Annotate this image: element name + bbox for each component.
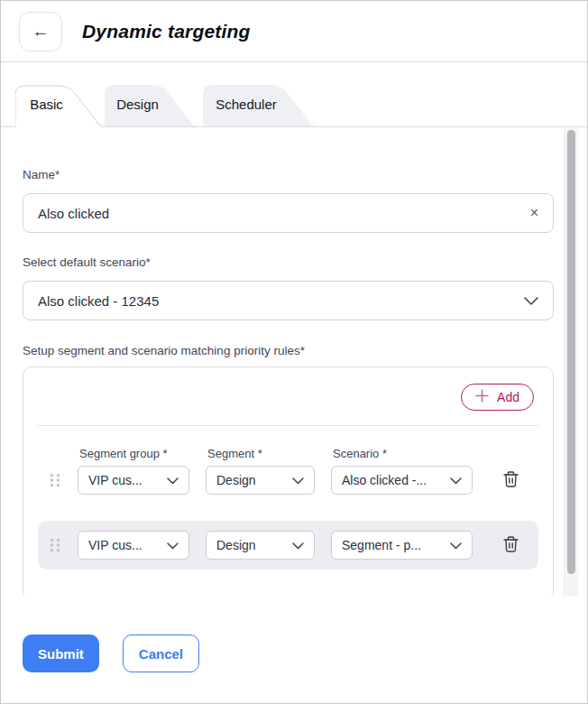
arrow-left-icon: ← bbox=[32, 22, 50, 42]
scenario-value: Segment - p... bbox=[342, 538, 421, 552]
footer-actions: Submit Cancel bbox=[1, 596, 587, 672]
segment-group-select[interactable]: VIP cus... bbox=[78, 466, 189, 495]
header: ← Dynamic targeting bbox=[1, 1, 587, 62]
scrollbar-thumb[interactable] bbox=[567, 130, 575, 574]
chevron-down-icon bbox=[292, 538, 304, 552]
chevron-down-icon bbox=[167, 473, 179, 487]
segment-select[interactable]: Design bbox=[206, 531, 315, 560]
clear-icon[interactable]: × bbox=[530, 206, 538, 220]
tab-scheduler-label: Scheduler bbox=[203, 84, 289, 125]
segment-select[interactable]: Design bbox=[206, 466, 315, 495]
add-rule-label: Add bbox=[497, 390, 519, 404]
default-scenario-select[interactable]: Also clicked - 12345 bbox=[23, 281, 554, 320]
segment-column-label: Segment * bbox=[207, 447, 317, 460]
rules-column-headers: Segment group * Segment * Scenario * bbox=[23, 447, 553, 460]
drag-handle-icon[interactable] bbox=[51, 474, 61, 487]
scenario-column-label: Scenario * bbox=[333, 447, 474, 460]
rules-divider bbox=[38, 425, 538, 426]
chevron-down-icon bbox=[524, 293, 538, 309]
chevron-down-icon bbox=[292, 473, 304, 487]
tab-basic-label: Basic bbox=[15, 84, 78, 125]
segment-group-value: VIP cus... bbox=[88, 538, 142, 552]
segment-group-column-label: Segment group * bbox=[79, 447, 191, 460]
chevron-down-icon bbox=[167, 538, 179, 552]
rules-label: Setup segment and scenario matching prio… bbox=[23, 344, 552, 357]
segment-group-select[interactable]: VIP cus... bbox=[78, 531, 189, 560]
name-label: Name* bbox=[23, 168, 552, 181]
back-button[interactable]: ← bbox=[19, 12, 62, 51]
plus-icon bbox=[475, 389, 489, 405]
scenario-select[interactable]: Segment - p... bbox=[331, 531, 473, 560]
segment-value: Design bbox=[216, 538, 256, 552]
default-scenario-value: Also clicked - 12345 bbox=[38, 293, 159, 309]
rules-container: Add Segment group * Segment * Scenario *… bbox=[23, 366, 554, 596]
scenario-value: Also clicked -... bbox=[342, 473, 427, 487]
segment-group-value: VIP cus... bbox=[88, 473, 142, 487]
basic-tab-panel: Name* Also clicked × Select default scen… bbox=[1, 126, 587, 596]
scenario-select[interactable]: Also clicked -... bbox=[331, 466, 473, 495]
tab-design[interactable]: Design bbox=[105, 84, 199, 127]
segment-value: Design bbox=[216, 473, 256, 487]
chevron-down-icon bbox=[450, 538, 462, 552]
delete-rule-button[interactable] bbox=[502, 535, 519, 556]
name-input-value: Also clicked bbox=[38, 206, 109, 221]
tab-bar: Basic Design Scheduler bbox=[1, 85, 587, 127]
name-input[interactable]: Also clicked × bbox=[23, 193, 554, 233]
tab-scheduler[interactable]: Scheduler bbox=[203, 84, 318, 127]
trash-icon bbox=[502, 535, 519, 556]
dynamic-targeting-window: ← Dynamic targeting Basic Design Schedul… bbox=[0, 0, 588, 704]
scrollbar-track[interactable] bbox=[564, 128, 578, 596]
submit-button[interactable]: Submit bbox=[23, 635, 99, 672]
drag-handle-icon[interactable] bbox=[51, 539, 61, 552]
default-scenario-label: Select default scenario* bbox=[23, 255, 552, 269]
add-rule-button[interactable]: Add bbox=[461, 384, 534, 411]
cancel-button[interactable]: Cancel bbox=[123, 635, 199, 672]
tab-design-label: Design bbox=[105, 84, 170, 125]
rule-row-highlighted: VIP cus... Design Segment - p... bbox=[38, 521, 538, 570]
tab-basic[interactable]: Basic bbox=[15, 84, 106, 127]
rule-row: VIP cus... Design Also clicked -... bbox=[23, 466, 553, 495]
delete-rule-button[interactable] bbox=[502, 470, 519, 491]
chevron-down-icon bbox=[450, 473, 462, 487]
trash-icon bbox=[502, 470, 519, 491]
page-title: Dynamic targeting bbox=[82, 21, 251, 42]
